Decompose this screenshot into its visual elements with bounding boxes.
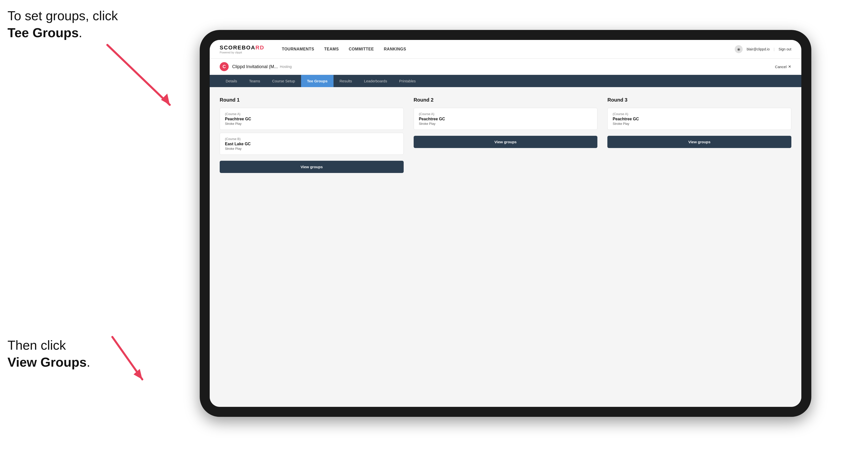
tablet-device: SCOREBOARD Powered by clippit TOURNAMENT…	[200, 30, 811, 417]
svg-marker-3	[133, 369, 142, 379]
svg-line-2	[112, 337, 142, 379]
round-3-title: Round 3	[608, 97, 792, 103]
round-1-course-b-card: (Course B) East Lake GC Stroke Play	[220, 133, 404, 155]
round-1-course-b-format: Stroke Play	[225, 147, 398, 151]
tab-details[interactable]: Details	[220, 75, 243, 87]
round-3-course-a-label: (Course A)	[613, 112, 786, 116]
round-2-column: Round 2 (Course A) Peachtree GC Stroke P…	[414, 97, 598, 173]
sign-out-link[interactable]: Sign out	[779, 47, 792, 51]
main-content: Round 1 (Course A) Peachtree GC Stroke P…	[210, 87, 801, 407]
arrow-bottom-annotation	[97, 332, 152, 387]
round-2-course-a-card: (Course A) Peachtree GC Stroke Play	[414, 108, 598, 130]
tab-tee-groups[interactable]: Tee Groups	[301, 75, 334, 87]
round-2-course-a-format: Stroke Play	[419, 122, 592, 126]
round-1-course-b-name: East Lake GC	[225, 142, 398, 146]
tournament-logo: C	[220, 62, 229, 71]
nav-rankings[interactable]: RANKINGS	[384, 47, 406, 52]
round-3-view-groups-button[interactable]: View groups	[608, 136, 792, 148]
rounds-container: Round 1 (Course A) Peachtree GC Stroke P…	[220, 97, 792, 173]
nav-committee[interactable]: COMMITTEE	[349, 47, 374, 52]
round-2-view-groups-button[interactable]: View groups	[414, 136, 598, 148]
tab-course-setup[interactable]: Course Setup	[266, 75, 301, 87]
round-2-course-a-name: Peachtree GC	[419, 117, 592, 121]
top-nav: SCOREBOARD Powered by clippit TOURNAMENT…	[210, 40, 801, 59]
round-3-course-a-name: Peachtree GC	[613, 117, 786, 121]
nav-separator: |	[774, 47, 775, 51]
tab-bar: Details Teams Course Setup Tee Groups Re…	[210, 75, 801, 87]
round-2-course-a-label: (Course A)	[419, 112, 592, 116]
tab-teams[interactable]: Teams	[243, 75, 266, 87]
logo-text: SCOREBOARD	[220, 44, 265, 51]
round-1-title: Round 1	[220, 97, 404, 103]
tab-results[interactable]: Results	[334, 75, 358, 87]
logo-rd: RD	[255, 44, 265, 51]
round-1-course-a-name: Peachtree GC	[225, 117, 398, 121]
round-1-course-a-card: (Course A) Peachtree GC Stroke Play	[220, 108, 404, 130]
logo-area: SCOREBOARD Powered by clippit	[220, 44, 265, 54]
annotation-top-line1: To set groups, click	[7, 8, 118, 23]
nav-tournaments[interactable]: TOURNAMENTS	[282, 47, 314, 52]
annotation-bottom-line1: Then click	[7, 338, 66, 352]
tab-printables[interactable]: Printables	[393, 75, 422, 87]
tab-leaderboards[interactable]: Leaderboards	[358, 75, 393, 87]
cancel-label: Cancel	[775, 65, 786, 69]
svg-line-0	[107, 45, 170, 105]
logo-scoreboard: SCOREBOA	[220, 44, 255, 51]
round-3-course-a-format: Stroke Play	[613, 122, 786, 126]
round-1-course-b-label: (Course B)	[225, 137, 398, 141]
round-1-course-a-format: Stroke Play	[225, 122, 398, 126]
arrow-top-annotation	[97, 40, 177, 110]
cancel-button[interactable]: Cancel ✕	[775, 64, 792, 69]
round-1-column: Round 1 (Course A) Peachtree GC Stroke P…	[220, 97, 404, 173]
nav-teams[interactable]: TEAMS	[324, 47, 339, 52]
svg-marker-1	[161, 94, 170, 105]
cancel-icon: ✕	[788, 64, 792, 69]
tablet-screen: SCOREBOARD Powered by clippit TOURNAMENT…	[210, 40, 801, 407]
user-avatar: ◉	[735, 45, 743, 53]
round-1-view-groups-button[interactable]: View groups	[220, 161, 404, 173]
logo-sub: Powered by clippit	[220, 51, 265, 54]
round-3-column: Round 3 (Course A) Peachtree GC Stroke P…	[608, 97, 792, 173]
annotation-top-bold: Tee Groups	[7, 26, 79, 40]
nav-right: ◉ blair@clippd.io | Sign out	[735, 45, 792, 53]
sub-header: C Clippd Invitational (M... Hosting Canc…	[210, 59, 801, 75]
round-3-course-a-card: (Course A) Peachtree GC Stroke Play	[608, 108, 792, 130]
annotation-top: To set groups, click Tee Groups.	[7, 7, 118, 41]
annotation-bottom: Then click View Groups.	[7, 337, 90, 371]
round-2-title: Round 2	[414, 97, 598, 103]
tournament-status: Hosting	[280, 65, 291, 69]
tournament-name: Clippd Invitational (M...	[232, 64, 278, 69]
annotation-bottom-suffix: .	[87, 355, 90, 369]
annotation-top-suffix: .	[79, 26, 82, 40]
round-1-course-a-label: (Course A)	[225, 112, 398, 116]
nav-links: TOURNAMENTS TEAMS COMMITTEE RANKINGS	[282, 47, 722, 52]
user-email: blair@clippd.io	[747, 47, 770, 51]
annotation-bottom-bold: View Groups	[7, 355, 87, 369]
